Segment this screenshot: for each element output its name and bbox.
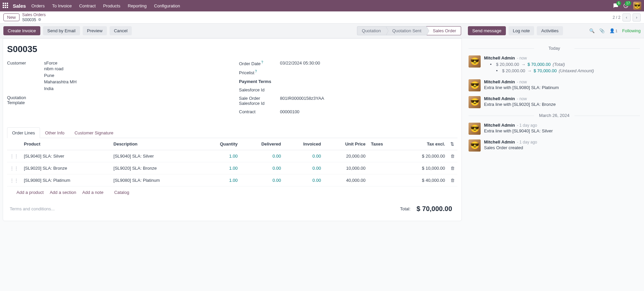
- message-avatar[interactable]: [469, 55, 481, 68]
- form-sheet: S00035 Customer sForce nibm road Pune Ma…: [3, 38, 462, 221]
- terms-input[interactable]: Terms and conditions...: [10, 206, 400, 211]
- cell-delivered[interactable]: 0.00: [240, 162, 284, 174]
- table-row[interactable]: ⋮⋮[SL9020] SLA: Bronze[SL9020] SLA: Bron…: [7, 162, 457, 174]
- activities-icon[interactable]: 17: [623, 3, 629, 8]
- control-panel: New Sales Orders S00035 ⚙ 2 / 2 ‹ ›: [0, 11, 644, 24]
- message-author[interactable]: Mitchell Admin: [484, 96, 515, 101]
- customer-label: Customer: [7, 60, 44, 92]
- gear-icon[interactable]: ⚙: [38, 17, 41, 22]
- cell-description[interactable]: [SL9020] SLA: Bronze: [111, 162, 201, 174]
- table-row[interactable]: ⋮⋮[SL9080] SLA: Platinum[SL9080] SLA: Pl…: [7, 174, 457, 186]
- drag-handle-icon[interactable]: ⋮⋮: [7, 174, 21, 186]
- cell-unit-price[interactable]: 10,000.00: [324, 162, 368, 174]
- salesforce-id-value[interactable]: [280, 87, 457, 92]
- new-button[interactable]: New: [3, 13, 19, 21]
- status-quotation-sent[interactable]: Quotation Sent: [386, 26, 426, 35]
- send-message-button[interactable]: Send message: [468, 26, 506, 35]
- template-value[interactable]: [44, 95, 226, 105]
- menu-orders[interactable]: Orders: [31, 3, 45, 8]
- order-date-value[interactable]: 03/22/2024 05:30:00: [280, 60, 457, 66]
- cell-unit-price[interactable]: 20,000.00: [324, 150, 368, 162]
- following-button[interactable]: Following: [622, 28, 641, 33]
- message-avatar[interactable]: [469, 79, 481, 91]
- drag-handle-icon[interactable]: ⋮⋮: [7, 162, 21, 174]
- cell-delivered[interactable]: 0.00: [240, 150, 284, 162]
- sf-order-value[interactable]: 801IR00000158z3YAA: [280, 96, 457, 106]
- cell-product[interactable]: [SL9020] SLA: Bronze: [21, 162, 111, 174]
- pager-prev[interactable]: ‹: [622, 13, 631, 22]
- cell-product[interactable]: [SL9040] SLA: Silver: [21, 150, 111, 162]
- search-icon[interactable]: 🔍: [589, 28, 595, 33]
- catalog-link[interactable]: Catalog: [114, 190, 129, 195]
- messaging-badge: 6: [616, 1, 621, 6]
- send-email-button[interactable]: Send by Email: [43, 26, 80, 35]
- pager-next[interactable]: ›: [633, 13, 641, 22]
- table-row[interactable]: ⋮⋮[SL9040] SLA: Silver[SL9040] SLA: Silv…: [7, 150, 457, 162]
- delete-row-icon[interactable]: 🗑: [448, 150, 457, 162]
- change-label: (Untaxed Amount): [559, 68, 594, 73]
- tab-other-info[interactable]: Other Info: [40, 127, 70, 138]
- user-avatar[interactable]: [633, 2, 641, 10]
- cell-delivered[interactable]: 0.00: [240, 174, 284, 186]
- message-author[interactable]: Mitchell Admin: [484, 79, 515, 84]
- message-avatar[interactable]: [469, 139, 481, 152]
- status-sales-order[interactable]: Sales Order: [426, 26, 461, 35]
- menu-contract[interactable]: Contract: [79, 3, 95, 8]
- menu-configuration[interactable]: Configuration: [154, 3, 180, 8]
- pricelist-value[interactable]: [280, 70, 457, 75]
- cell-description[interactable]: [SL9080] SLA: Platinum: [111, 174, 201, 186]
- cell-product[interactable]: [SL9080] SLA: Platinum: [21, 174, 111, 186]
- message-author[interactable]: Mitchell Admin: [484, 55, 515, 60]
- pricelist-label: Pricelist?: [239, 70, 280, 75]
- tab-customer-signature[interactable]: Customer Signature: [70, 127, 119, 138]
- cell-unit-price[interactable]: 40,000.00: [324, 174, 368, 186]
- menu-reporting[interactable]: Reporting: [128, 3, 147, 8]
- cell-tax-excl: $ 40,000.00: [398, 174, 448, 186]
- app-brand[interactable]: Sales: [13, 3, 26, 9]
- attachment-icon[interactable]: 📎: [599, 28, 605, 33]
- message-avatar[interactable]: [469, 96, 481, 108]
- menu-products[interactable]: Products: [103, 3, 120, 8]
- drag-handle-icon[interactable]: ⋮⋮: [7, 150, 21, 162]
- followers-button[interactable]: 👤1: [609, 28, 617, 33]
- cell-quantity[interactable]: 1.00: [200, 150, 240, 162]
- messaging-icon[interactable]: 6: [613, 3, 618, 8]
- contract-value[interactable]: 00000100: [280, 109, 457, 114]
- cell-taxes[interactable]: [368, 150, 399, 162]
- menu-to-invoice[interactable]: To Invoice: [52, 3, 72, 8]
- add-note-link[interactable]: Add a note: [82, 190, 104, 195]
- col-taxes: Taxes: [368, 138, 399, 150]
- help-icon[interactable]: ?: [255, 70, 257, 73]
- message-author[interactable]: Mitchell Admin: [484, 123, 515, 128]
- help-icon[interactable]: ?: [261, 60, 263, 64]
- col-quantity: Quantity: [200, 138, 240, 150]
- cell-invoiced[interactable]: 0.00: [284, 150, 324, 162]
- payment-terms-value[interactable]: [280, 79, 457, 84]
- cancel-button[interactable]: Cancel: [110, 26, 132, 35]
- breadcrumb-parent[interactable]: Sales Orders: [22, 12, 46, 17]
- record-title: S00035: [7, 44, 457, 54]
- create-invoice-button[interactable]: Create Invoice: [3, 26, 40, 35]
- tab-order-lines[interactable]: Order Lines: [7, 127, 40, 138]
- log-note-button[interactable]: Log note: [509, 26, 534, 35]
- optional-columns-icon[interactable]: ⇅: [450, 141, 454, 147]
- add-product-link[interactable]: Add a product: [16, 190, 44, 195]
- preview-button[interactable]: Preview: [83, 26, 107, 35]
- message-author[interactable]: Mitchell Admin: [484, 139, 515, 144]
- cell-invoiced[interactable]: 0.00: [284, 162, 324, 174]
- message-avatar[interactable]: [469, 123, 481, 135]
- cell-description[interactable]: [SL9040] SLA: Silver: [111, 150, 201, 162]
- cell-taxes[interactable]: [368, 162, 399, 174]
- cell-invoiced[interactable]: 0.00: [284, 174, 324, 186]
- add-section-link[interactable]: Add a section: [50, 190, 76, 195]
- delete-row-icon[interactable]: 🗑: [448, 174, 457, 186]
- cell-quantity[interactable]: 1.00: [200, 174, 240, 186]
- status-quotation[interactable]: Quotation: [357, 26, 386, 35]
- date-separator: Today: [469, 46, 640, 51]
- apps-icon[interactable]: [3, 3, 9, 9]
- activities-button[interactable]: Activities: [537, 26, 563, 35]
- delete-row-icon[interactable]: 🗑: [448, 162, 457, 174]
- customer-link[interactable]: sForce: [44, 60, 226, 66]
- cell-quantity[interactable]: 1.00: [200, 162, 240, 174]
- cell-taxes[interactable]: [368, 174, 399, 186]
